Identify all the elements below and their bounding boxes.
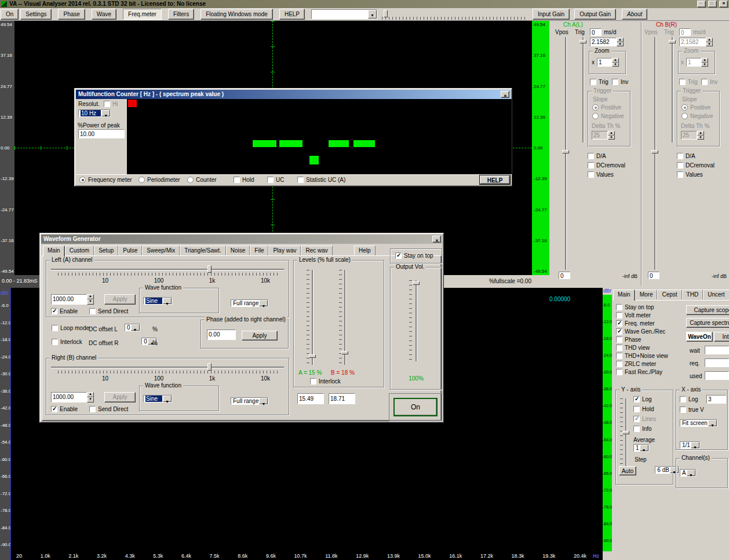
radio-button[interactable] bbox=[187, 177, 194, 183]
level-a-field[interactable]: 15.49 bbox=[297, 393, 324, 404]
checkbox-box[interactable] bbox=[588, 171, 594, 178]
checkbox-box[interactable] bbox=[616, 369, 622, 375]
channel-b-zoom-spinner[interactable] bbox=[701, 58, 708, 67]
channel-a-delta-spinner[interactable] bbox=[608, 131, 615, 140]
checkbox-box[interactable] bbox=[616, 312, 622, 319]
checkbox-box[interactable] bbox=[52, 325, 58, 331]
hold-checkbox[interactable]: Hold bbox=[234, 177, 254, 183]
channel-b-ms-spinner[interactable] bbox=[706, 38, 713, 46]
checkbox-box[interactable] bbox=[633, 426, 640, 432]
spin-up-icon[interactable] bbox=[617, 38, 624, 42]
chevron-down-icon[interactable] bbox=[101, 110, 110, 116]
right-enable-checkbox[interactable]: Enable bbox=[51, 406, 78, 412]
octave-combo[interactable]: 1/1 bbox=[680, 441, 700, 449]
channel-a-trig-slider[interactable] bbox=[582, 37, 584, 142]
spin-up-icon[interactable] bbox=[697, 131, 704, 136]
level-b-field[interactable]: 18.71 bbox=[329, 393, 355, 404]
checkbox-box[interactable] bbox=[616, 304, 622, 310]
y-axis-hold-checkbox[interactable]: Hold bbox=[633, 406, 654, 412]
phase-field[interactable]: 0.00 bbox=[207, 330, 236, 340]
left-frequency-field[interactable]: 1000.00 bbox=[51, 294, 87, 305]
average-combo[interactable]: 1 bbox=[633, 444, 649, 452]
toolbar-button[interactable]: Freq.meter bbox=[123, 9, 162, 20]
spin-down-icon[interactable] bbox=[608, 136, 615, 140]
channel-b-zoom-value[interactable]: 1 bbox=[686, 58, 701, 67]
channel-a-values-checkbox[interactable]: Values bbox=[588, 171, 614, 178]
resolution-combo[interactable]: 10 Hz bbox=[78, 109, 111, 117]
checkbox-box[interactable] bbox=[679, 79, 686, 85]
checkbox-box[interactable] bbox=[633, 396, 640, 402]
wavegen-tab[interactable]: Triangle/Sawt. bbox=[180, 246, 226, 255]
chevron-down-icon[interactable] bbox=[259, 398, 268, 404]
y-axis-slider[interactable] bbox=[625, 398, 626, 474]
counter-titlebar[interactable]: Multifunction Counter [ Hz ] - ( spectru… bbox=[76, 90, 511, 99]
checkbox-box[interactable] bbox=[588, 153, 594, 159]
input-gain-button[interactable]: Input Gain bbox=[533, 9, 570, 20]
gen-interlock-checkbox[interactable]: Interlock bbox=[52, 339, 82, 345]
channel-a-zoom-value[interactable]: 1 bbox=[597, 58, 612, 67]
y-axis-slider-thumb[interactable] bbox=[622, 431, 629, 434]
channel-b-trig-thumb[interactable] bbox=[669, 40, 676, 43]
frequency-meter-radio[interactable]: Frequency meter bbox=[79, 177, 132, 183]
chevron-down-icon[interactable] bbox=[687, 470, 695, 476]
checkbox-thd-noise-view[interactable]: THD+Noise view bbox=[616, 353, 668, 359]
channel-b-slope-negative[interactable]: Negative bbox=[681, 113, 713, 119]
checkbox-box[interactable] bbox=[677, 153, 683, 159]
channel-a-slope-negative[interactable]: Negative bbox=[592, 113, 624, 119]
spin-down-icon[interactable] bbox=[706, 42, 713, 47]
spin-down-icon[interactable] bbox=[87, 397, 94, 402]
channel-b-delta-value[interactable]: 25 bbox=[681, 131, 697, 140]
generator-on-button[interactable]: On bbox=[393, 398, 438, 416]
channel-a-trig-checkbox[interactable]: Trig bbox=[590, 79, 608, 85]
about-button[interactable]: About bbox=[622, 9, 647, 20]
channel-b-vpos-slider[interactable] bbox=[654, 37, 655, 270]
checkbox-zrlc-meter[interactable]: ZRLC meter bbox=[616, 361, 668, 367]
y-axis-info-checkbox[interactable]: Info bbox=[633, 426, 652, 432]
channel-a-vpos-thumb[interactable] bbox=[562, 150, 569, 153]
right-range-combo[interactable]: Full range bbox=[231, 397, 268, 405]
channel-b-delta-spinner[interactable] bbox=[697, 131, 704, 140]
wavegen-tab[interactable]: Sweep/Mix bbox=[142, 246, 180, 255]
chevron-down-icon[interactable] bbox=[368, 10, 377, 19]
channel-a-zoom-spinner[interactable] bbox=[612, 58, 619, 67]
panel-tab[interactable]: THD bbox=[682, 290, 704, 299]
window-titlebar[interactable]: VA -- Visual Analyser 2014 rel. 0.3.1 ST… bbox=[0, 0, 729, 8]
checkbox-box[interactable] bbox=[590, 79, 596, 85]
channel-a-ms-value[interactable]: 0 bbox=[590, 28, 602, 36]
left-frequency-spinner[interactable] bbox=[87, 294, 94, 305]
panel-tab[interactable]: Cepst bbox=[657, 290, 681, 299]
minimize-icon[interactable] bbox=[697, 1, 706, 8]
checkbox-stay-on-top[interactable]: Stay on top bbox=[616, 304, 668, 310]
checkbox-box[interactable] bbox=[680, 407, 686, 413]
channel-a-dcremoval-checkbox[interactable]: DCremoval bbox=[588, 162, 625, 169]
channel-a-ms-step[interactable]: 2.1582 bbox=[590, 38, 617, 46]
checkbox-box[interactable] bbox=[633, 416, 640, 422]
maximize-icon[interactable] bbox=[708, 1, 717, 8]
checkbox-box[interactable] bbox=[616, 320, 622, 327]
chevron-down-icon[interactable] bbox=[640, 445, 648, 451]
panel-tab[interactable]: Main bbox=[613, 290, 635, 301]
spin-down-icon[interactable] bbox=[612, 63, 619, 67]
right-wave-combo[interactable]: Sine bbox=[143, 395, 172, 402]
spin-down-icon[interactable] bbox=[87, 299, 94, 305]
chevron-down-icon[interactable] bbox=[163, 298, 172, 304]
channel-a-da-checkbox[interactable]: D/A bbox=[588, 153, 606, 159]
channel-b-trig-checkbox[interactable]: Trig bbox=[679, 79, 698, 85]
level-a-slider[interactable] bbox=[312, 270, 313, 365]
channel-b-slope-positive[interactable]: Positive bbox=[681, 104, 710, 111]
toolbar-button[interactable]: Wave bbox=[92, 9, 116, 20]
wavegen-titlebar[interactable]: Waveform Generator bbox=[41, 235, 442, 244]
uc-checkbox[interactable]: UC bbox=[267, 177, 284, 183]
left-send-direct-checkbox[interactable]: Send Direct bbox=[89, 308, 128, 314]
dc-offset-l-combo[interactable]: 0 bbox=[125, 324, 140, 331]
checkbox-box[interactable] bbox=[616, 361, 622, 367]
channel-a-inv-checkbox[interactable]: Inv bbox=[612, 79, 628, 85]
radio-button[interactable] bbox=[79, 177, 86, 183]
wave-on-button[interactable]: WaveOn bbox=[686, 332, 713, 342]
channel-b-inv-checkbox[interactable]: Inv bbox=[701, 79, 717, 85]
close-icon[interactable] bbox=[719, 1, 728, 8]
capture-spectrum-button[interactable]: Capture spectrum bbox=[686, 318, 729, 328]
toolbar-button[interactable]: Filters bbox=[168, 9, 194, 20]
toolbar-device-combo[interactable] bbox=[311, 9, 377, 19]
checkbox-wave-gen-rec[interactable]: Wave Gen./Rec bbox=[616, 328, 668, 335]
